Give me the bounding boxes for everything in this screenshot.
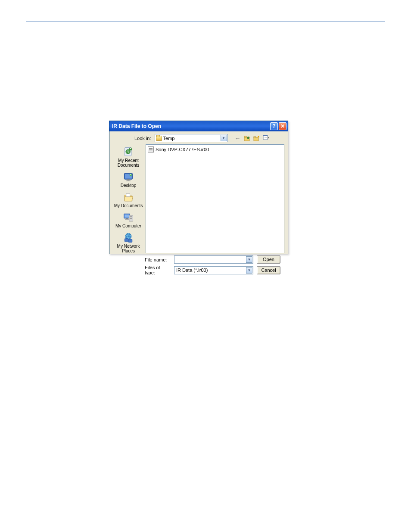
file-list-item[interactable]: Sony DVP-CX777ES.ir00: [148, 146, 282, 152]
chevron-down-icon[interactable]: ▼: [221, 135, 227, 141]
open-button[interactable]: Open: [257, 255, 280, 264]
toolbar-icons: ←: [234, 134, 270, 142]
page-divider: [26, 22, 385, 22]
svg-rect-19: [127, 179, 129, 180]
title-bar-buttons: ? ✕: [270, 122, 286, 130]
places-recent-documents[interactable]: My Recent Documents: [113, 146, 144, 168]
filetype-label: Files of type:: [144, 265, 171, 275]
filetype-value: IR Data (*.ir00): [176, 268, 208, 273]
filename-row: File name: ▼ Open: [144, 255, 284, 264]
svg-rect-11: [264, 138, 265, 138]
dialog-title: IR Data File to Open: [112, 123, 270, 129]
place-label: My Computer: [115, 224, 141, 228]
new-folder-icon[interactable]: [253, 134, 261, 142]
place-label: My Network Places: [113, 244, 144, 253]
view-menu-icon[interactable]: [262, 134, 270, 142]
place-label: Desktop: [121, 183, 137, 188]
svg-rect-9: [263, 135, 268, 136]
svg-rect-13: [265, 138, 267, 138]
filename-label: File name:: [144, 257, 171, 262]
my-computer-icon: [122, 212, 135, 224]
chevron-down-icon[interactable]: ▼: [246, 256, 252, 263]
cancel-button[interactable]: Cancel: [257, 266, 280, 274]
desktop-icon: [122, 171, 135, 183]
svg-rect-3: [254, 137, 256, 138]
places-my-documents[interactable]: My Documents: [113, 191, 144, 208]
main-area: My Recent Documents Desktop My Documents: [113, 144, 284, 253]
filetype-select[interactable]: IR Data (*.ir00) ▼: [174, 266, 253, 274]
close-button[interactable]: ✕: [279, 122, 286, 130]
bottom-rows: File name: ▼ Open Files of type: IR Data…: [113, 255, 284, 275]
my-network-icon: [122, 232, 135, 244]
lookin-label: Look in:: [134, 136, 151, 141]
folder-icon: [156, 136, 162, 141]
svg-rect-26: [125, 219, 129, 220]
back-icon[interactable]: ←: [234, 134, 242, 142]
help-button[interactable]: ?: [270, 122, 278, 130]
places-my-network[interactable]: My Network Places: [113, 232, 144, 253]
places-my-computer[interactable]: My Computer: [113, 212, 144, 228]
svg-rect-25: [126, 218, 128, 219]
svg-rect-1: [244, 136, 246, 137]
lookin-combo[interactable]: Temp ▼: [155, 134, 228, 142]
svg-rect-24: [125, 215, 129, 218]
svg-rect-29: [130, 218, 132, 219]
svg-rect-20: [126, 180, 131, 181]
recent-documents-icon: [122, 146, 135, 158]
svg-rect-22: [126, 193, 130, 196]
place-label: My Documents: [114, 203, 143, 208]
file-list-area[interactable]: Sony DVP-CX777ES.ir00: [146, 144, 284, 253]
title-bar: IR Data File to Open ? ✕: [109, 121, 288, 131]
svg-rect-32: [125, 239, 128, 242]
places-bar: My Recent Documents Desktop My Documents: [113, 144, 144, 253]
dialog-body: Look in: Temp ▼ ←: [109, 131, 288, 254]
lookin-value: Temp: [163, 136, 175, 141]
up-one-level-icon[interactable]: [243, 134, 251, 142]
place-label: My Recent Documents: [113, 158, 144, 168]
my-documents-icon: [122, 191, 135, 203]
file-open-dialog: IR Data File to Open ? ✕ Look in: Temp ▼…: [109, 121, 288, 254]
filename-input[interactable]: ▼: [174, 255, 253, 264]
lookin-row: Look in: Temp ▼ ←: [113, 134, 284, 142]
file-icon: [148, 146, 154, 152]
svg-rect-10: [264, 137, 265, 137]
svg-rect-28: [130, 216, 132, 217]
filetype-row: Files of type: IR Data (*.ir00) ▼ Cancel: [144, 265, 284, 275]
chevron-down-icon[interactable]: ▼: [246, 267, 252, 274]
svg-rect-33: [128, 240, 132, 243]
svg-rect-12: [265, 137, 267, 137]
places-desktop[interactable]: Desktop: [113, 171, 144, 188]
file-name: Sony DVP-CX777ES.ir00: [156, 147, 209, 152]
